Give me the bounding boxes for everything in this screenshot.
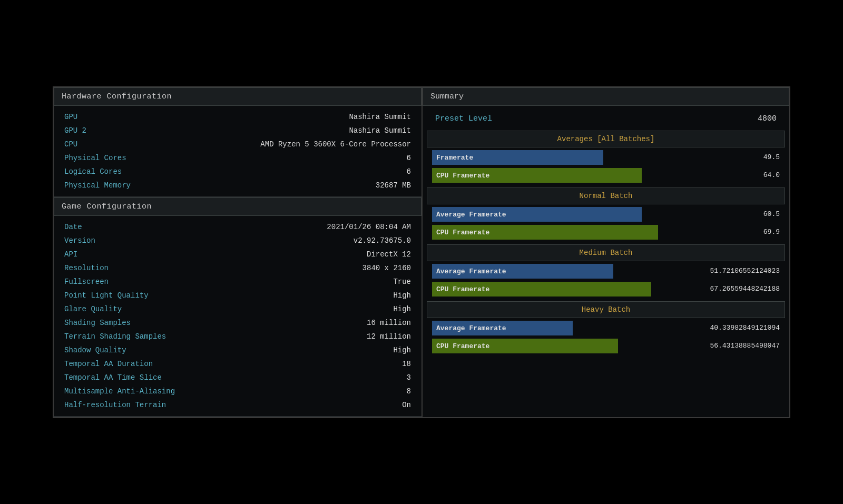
row-label: Shading Samples [64, 319, 131, 327]
summary-area: Preset Level 4800 Averages [All Batches]… [423, 106, 789, 357]
hardware-row: Logical Cores6 [54, 165, 422, 179]
bar-container: CPU Framerate [432, 168, 670, 183]
game-row: Temporal AA Time Slice3 [54, 371, 422, 384]
normal-batch-header: Normal Batch [427, 187, 785, 204]
row-value: 12 million [367, 332, 411, 341]
row-label: Terrain Shading Samples [64, 332, 166, 341]
game-row: Resolution3840 x 2160 [54, 261, 422, 275]
row-value: 32687 MB [376, 181, 411, 190]
bar-label: Average Framerate [436, 324, 506, 332]
row-value: 3 [407, 373, 411, 382]
preset-row: Preset Level 4800 [427, 108, 785, 130]
row-value: High [393, 291, 411, 300]
heavy-rows: Average Framerate 40.33982849121094 CPU … [427, 319, 785, 355]
normal-rows: Average Framerate 60.5 CPU Framerate 69.… [427, 205, 785, 241]
game-row: Half-resolution TerrainOn [54, 398, 422, 412]
hardware-row: GPUNashira Summit [54, 110, 422, 124]
row-label: Logical Cores [64, 167, 122, 176]
bar-container: Average Framerate [432, 264, 670, 279]
left-panel: Hardware Configuration GPUNashira Summit… [54, 87, 423, 417]
bar-row: Average Framerate 51.72106552124023 [427, 262, 785, 280]
game-section: Date2021/01/26 08:04 AMVersionv2.92.7367… [54, 216, 422, 417]
game-row: Shadow QualityHigh [54, 343, 422, 357]
row-value: 8 [407, 387, 411, 396]
bar-value: 69.9 [674, 228, 780, 236]
bar-container: CPU Framerate [432, 282, 670, 297]
row-label: Date [64, 223, 82, 231]
row-value: v2.92.73675.0 [354, 236, 411, 245]
bar-value: 67.265594482421​88 [674, 285, 780, 293]
row-value: High [393, 305, 411, 313]
bar-container: Framerate [432, 150, 670, 165]
row-label: Temporal AA Time Slice [64, 373, 162, 382]
bar-value: 51.72106552124023 [674, 267, 780, 275]
bar-value: 49.5 [674, 153, 780, 161]
row-label: Multisample Anti-Aliasing [64, 387, 175, 396]
row-value: 3840 x 2160 [362, 264, 411, 272]
bar-value: 56.43138885498047 [674, 342, 780, 350]
row-label: Physical Memory [64, 181, 131, 190]
bar-value: 60.5 [674, 210, 780, 218]
bar-row: CPU Framerate 56.43138885498047 [427, 337, 785, 355]
game-row: Multisample Anti-Aliasing8 [54, 384, 422, 398]
bar-label: CPU Framerate [436, 228, 489, 236]
hardware-row: GPU 2Nashira Summit [54, 124, 422, 137]
game-row: FullscreenTrue [54, 275, 422, 289]
bar-row: CPU Framerate 69.9 [427, 223, 785, 241]
preset-value: 4800 [758, 114, 777, 123]
row-label: Physical Cores [64, 154, 126, 162]
bar-label: Average Framerate [436, 267, 506, 275]
game-row: Versionv2.92.73675.0 [54, 234, 422, 248]
game-row: Date2021/01/26 08:04 AM [54, 220, 422, 234]
game-header: Game Configuration [54, 197, 422, 216]
bar-label: Framerate [436, 153, 473, 161]
averages-rows: Framerate 49.5 CPU Framerate 64.0 [427, 149, 785, 184]
row-label: GPU 2 [64, 126, 86, 135]
row-value: 6 [407, 167, 411, 176]
preset-label: Preset Level [435, 114, 492, 123]
summary-header: Summary [423, 87, 789, 106]
bar-row: Framerate 49.5 [427, 149, 785, 166]
row-label: API [64, 250, 77, 259]
hardware-row: CPUAMD Ryzen 5 3600X 6-Core Processor [54, 137, 422, 151]
row-value: 18 [402, 360, 411, 368]
row-value: Nashira Summit [349, 126, 411, 135]
bar-value: 64.0 [674, 171, 780, 179]
game-row: Temporal AA Duration18 [54, 357, 422, 371]
game-row: Point Light QualityHigh [54, 289, 422, 302]
hardware-row: Physical Cores6 [54, 151, 422, 165]
row-label: Fullscreen [64, 278, 109, 286]
hardware-row: Physical Memory32687 MB [54, 179, 422, 192]
bar-container: Average Framerate [432, 321, 670, 335]
row-label: Glare Quality [64, 305, 122, 313]
game-row: Glare QualityHigh [54, 302, 422, 316]
bar-container: Average Framerate [432, 207, 670, 222]
row-label: Resolution [64, 264, 109, 272]
row-value: Nashira Summit [349, 113, 411, 121]
hardware-title: Hardware Configuration [62, 92, 172, 101]
row-label: Half-resolution Terrain [64, 401, 166, 409]
medium-batch-header: Medium Batch [427, 244, 785, 261]
medium-rows: Average Framerate 51.72106552124023 CPU … [427, 262, 785, 298]
row-label: GPU [64, 113, 77, 121]
row-value: AMD Ryzen 5 3600X 6-Core Processor [260, 140, 411, 149]
averages-header: Averages [All Batches] [427, 131, 785, 147]
row-value: On [402, 401, 411, 409]
bar-value: 40.33982849121094 [674, 324, 780, 332]
bar-label: Average Framerate [436, 210, 506, 218]
row-value: 2021/01/26 08:04 AM [327, 223, 411, 231]
bar-container: CPU Framerate [432, 225, 670, 240]
game-row: APIDirectX 12 [54, 248, 422, 261]
game-title: Game Configuration [62, 202, 152, 211]
row-value: True [393, 278, 411, 286]
bar-row: Average Framerate 60.5 [427, 205, 785, 223]
bar-label: CPU Framerate [436, 171, 489, 179]
bar-row: CPU Framerate 67.265594482421​88 [427, 280, 785, 298]
row-label: Temporal AA Duration [64, 360, 153, 368]
bar-container: CPU Framerate [432, 339, 670, 353]
summary-title: Summary [430, 92, 464, 101]
row-value: DirectX 12 [367, 250, 411, 259]
bar-label: CPU Framerate [436, 342, 489, 350]
bar-row: Average Framerate 40.33982849121094 [427, 319, 785, 337]
bar-row: CPU Framerate 64.0 [427, 166, 785, 184]
